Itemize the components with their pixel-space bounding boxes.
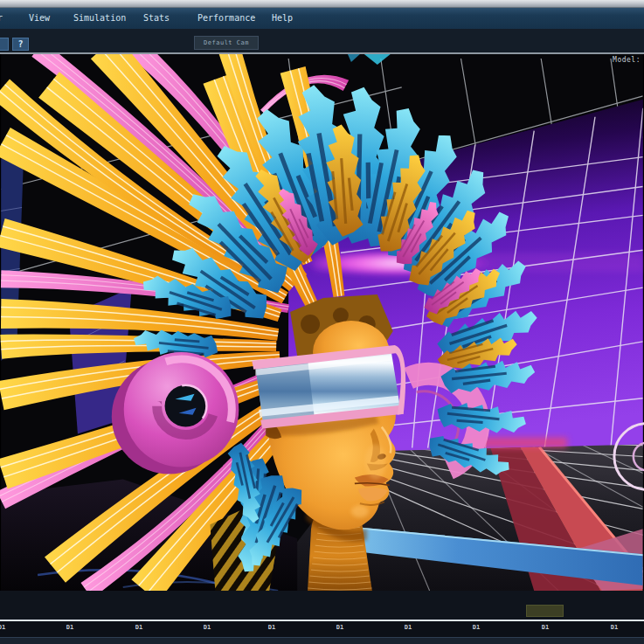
- menu-item-help[interactable]: Help: [272, 8, 293, 29]
- ruler-label: D1: [538, 624, 552, 631]
- timeline-panel: [0, 591, 644, 620]
- ruler-label: D1: [333, 624, 347, 631]
- timeline-ruler[interactable]: D1 D1 D1 D1 D1 D1 D1 D1 D1 D1: [0, 621, 644, 637]
- menu-item-clipped[interactable]: r: [0, 8, 3, 29]
- default-cam-button[interactable]: Default Cam: [194, 36, 259, 50]
- ruler-label: D1: [0, 624, 9, 631]
- viewport[interactable]: Model:: [0, 54, 644, 591]
- menu-item-simulation[interactable]: Simulation: [73, 8, 126, 29]
- menu-item-view[interactable]: View: [29, 8, 50, 29]
- bottom-bar: [0, 637, 644, 644]
- toolbar-button-clipped[interactable]: [0, 38, 9, 51]
- application-window: r View Simulation Stats Performance Help…: [0, 0, 644, 644]
- timeline-clip[interactable]: [526, 605, 564, 617]
- viewport-3d-scene: [0, 54, 644, 591]
- toolbar: ? Default Cam: [0, 29, 644, 54]
- menu-item-performance[interactable]: Performance: [197, 8, 255, 29]
- ruler-label: D1: [469, 624, 483, 631]
- help-button[interactable]: ?: [12, 38, 29, 51]
- window-titlebar: [0, 0, 644, 8]
- ruler-label: D1: [63, 624, 77, 631]
- ruler-label: D1: [607, 624, 621, 631]
- menubar: r View Simulation Stats Performance Help: [0, 8, 644, 29]
- ruler-label: D1: [132, 624, 146, 631]
- ruler-label: D1: [200, 624, 214, 631]
- ruler-label: D1: [401, 624, 415, 631]
- model-overlay-label: Model:: [613, 56, 641, 64]
- ruler-label: D1: [265, 624, 279, 631]
- menu-item-stats[interactable]: Stats: [143, 8, 170, 29]
